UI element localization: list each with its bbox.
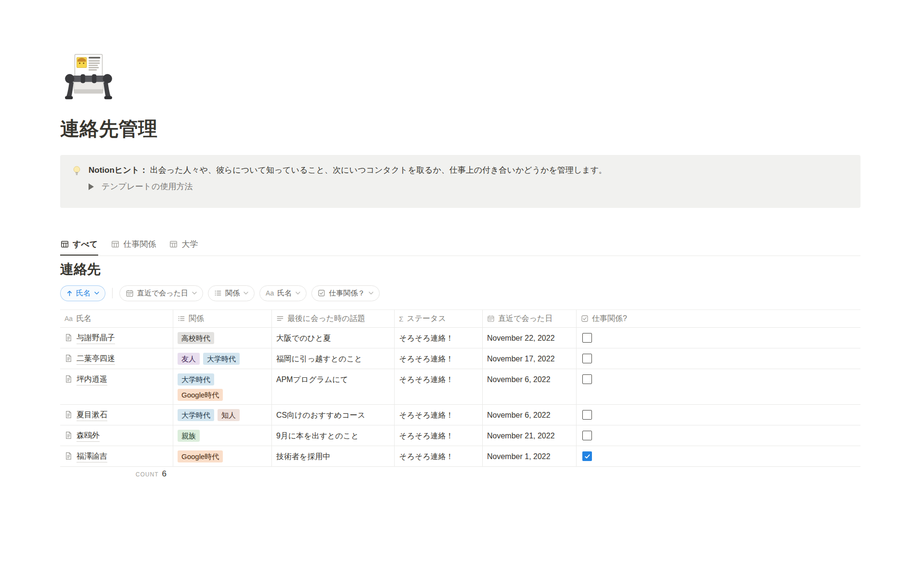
relation-cell[interactable]: 高校時代 [173, 328, 272, 348]
status-cell[interactable]: そろそろ連絡！ [395, 369, 483, 404]
contact-name[interactable]: 福澤諭吉 [77, 451, 107, 462]
topic-cell[interactable]: 9月に本を出すとのこと [272, 425, 395, 446]
name-cell[interactable]: 二葉亭四迷 [60, 348, 173, 369]
checkbox-unchecked[interactable] [582, 374, 592, 384]
tag[interactable]: 大学時代 [178, 373, 214, 385]
arrow-up-icon [66, 290, 73, 296]
text-property-icon: Aa [266, 289, 274, 297]
date-cell[interactable]: November 1, 2022 [483, 446, 577, 466]
relation-cell[interactable]: 大学時代 Google時代 [173, 369, 272, 404]
filter-chip-work-related[interactable]: 仕事関係？ [311, 285, 380, 301]
chevron-down-icon [192, 292, 197, 295]
table-view-icon [61, 240, 69, 248]
status-cell[interactable]: そろそろ連絡！ [395, 328, 483, 348]
work-related-cell[interactable] [577, 405, 860, 425]
name-cell[interactable]: 夏目漱石 [60, 405, 173, 425]
checkbox-unchecked[interactable] [582, 410, 592, 420]
page-doc-icon [64, 452, 73, 460]
count-value: 6 [162, 469, 167, 479]
column-header-name[interactable]: Aa 氏名 [60, 310, 173, 327]
work-related-cell[interactable] [577, 369, 860, 404]
date-cell[interactable]: November 6, 2022 [483, 369, 577, 404]
calendar-icon [487, 315, 495, 322]
contact-name[interactable]: 坪内逍遥 [77, 374, 107, 385]
column-header-relation[interactable]: 関係 [173, 310, 272, 327]
column-header-topic[interactable]: 最後に会った時の話題 [272, 310, 395, 327]
tab-label: 仕事関係 [123, 239, 156, 250]
tab-label: すべて [73, 239, 98, 250]
tag[interactable]: 高校時代 [178, 332, 214, 344]
calendar-icon [126, 289, 134, 297]
checkbox-unchecked[interactable] [582, 354, 592, 363]
template-usage-toggle[interactable]: テンプレートの使用方法 [89, 181, 849, 192]
tab-work[interactable]: 仕事関係 [111, 234, 156, 256]
view-tab-bar: すべて 仕事関係 大学 [60, 234, 860, 256]
column-header-status[interactable]: Σ ステータス [395, 310, 483, 327]
contact-name[interactable]: 二葉亭四迷 [77, 353, 115, 365]
page-icon-card-index[interactable] [63, 53, 114, 104]
topic-cell[interactable]: 福岡に引っ越すとのこと [272, 348, 395, 369]
status-cell[interactable]: そろそろ連絡！ [395, 425, 483, 446]
page-title[interactable]: 連絡先管理 [60, 115, 158, 142]
status-cell[interactable]: そろそろ連絡！ [395, 348, 483, 369]
tag[interactable]: Google時代 [178, 389, 223, 401]
name-cell[interactable]: 与謝野晶子 [60, 328, 173, 348]
table-row: 福澤諭吉 Google時代 技術者を採用中 そろそろ連絡！ November 1… [60, 446, 860, 467]
contact-name[interactable]: 夏目漱石 [77, 410, 107, 421]
topic-cell[interactable]: 大阪でのひと夏 [272, 328, 395, 348]
checkbox-checked[interactable] [582, 451, 592, 461]
name-cell[interactable]: 坪内逍遥 [60, 369, 173, 404]
column-header-work-related[interactable]: 仕事関係? [577, 310, 860, 327]
tag[interactable]: 親族 [178, 430, 200, 442]
name-cell[interactable]: 森鴎外 [60, 425, 173, 446]
work-related-cell[interactable] [577, 328, 860, 348]
work-related-cell[interactable] [577, 425, 860, 446]
topic-cell[interactable]: CS向けのおすすめコース [272, 405, 395, 425]
column-label: 直近で会った日 [498, 314, 552, 324]
name-cell[interactable]: 福澤諭吉 [60, 446, 173, 466]
filter-chip-last-met-date[interactable]: 直近で会った日 [119, 285, 203, 301]
date-cell[interactable]: November 21, 2022 [483, 425, 577, 446]
database-title[interactable]: 連絡先 [60, 260, 101, 279]
checkbox-icon [581, 315, 589, 322]
tab-university[interactable]: 大学 [169, 234, 198, 256]
hint-label: Notionヒント： [89, 166, 148, 175]
filter-chip-label: 直近で会った日 [137, 289, 188, 298]
relation-cell[interactable]: 親族 [173, 425, 272, 446]
relation-cell[interactable]: 友人 大学時代 [173, 348, 272, 369]
tag[interactable]: 大学時代 [203, 353, 240, 365]
tag[interactable]: 知人 [218, 409, 240, 421]
topic-cell[interactable]: 技術者を採用中 [272, 446, 395, 466]
tag[interactable]: Google時代 [178, 450, 223, 462]
tag[interactable]: 友人 [178, 353, 200, 365]
relation-cell[interactable]: 大学時代 知人 [173, 405, 272, 425]
work-related-cell[interactable] [577, 446, 860, 466]
relation-cell[interactable]: Google時代 [173, 446, 272, 466]
toolbar-divider [112, 288, 113, 298]
table-view-icon [169, 240, 178, 248]
date-cell[interactable]: November 6, 2022 [483, 405, 577, 425]
date-cell[interactable]: November 22, 2022 [483, 328, 577, 348]
column-label: 氏名 [76, 314, 91, 324]
date-cell[interactable]: November 17, 2022 [483, 348, 577, 369]
work-related-cell[interactable] [577, 348, 860, 369]
contact-name[interactable]: 森鴎外 [77, 430, 100, 442]
contacts-table: Aa 氏名 関係 最後に会った時の話題 Σ ステータス 直近で会った日 [60, 309, 860, 467]
contact-name[interactable]: 与謝野晶子 [77, 333, 115, 344]
filter-chip-label: 関係 [225, 289, 240, 298]
filter-chip-label: 仕事関係？ [329, 289, 365, 298]
tag[interactable]: 大学時代 [178, 409, 214, 421]
table-row: 森鴎外 親族 9月に本を出すとのこと そろそろ連絡！ November 21, … [60, 425, 860, 446]
topic-cell[interactable]: APMプログラムにて [272, 369, 395, 404]
checkbox-unchecked[interactable] [582, 431, 592, 440]
column-label: 仕事関係? [592, 314, 627, 324]
sort-chip-name[interactable]: 氏名 [60, 285, 105, 301]
filter-chip-relation[interactable]: 関係 [208, 285, 255, 301]
column-header-last-met-date[interactable]: 直近で会った日 [483, 310, 577, 327]
filter-chip-name[interactable]: Aa 氏名 [259, 285, 307, 301]
tab-all[interactable]: すべて [60, 234, 98, 256]
table-footer-count[interactable]: COUNT 6 [60, 469, 173, 479]
checkbox-unchecked[interactable] [582, 333, 592, 343]
status-cell[interactable]: そろそろ連絡！ [395, 405, 483, 425]
status-cell[interactable]: そろそろ連絡！ [395, 446, 483, 466]
